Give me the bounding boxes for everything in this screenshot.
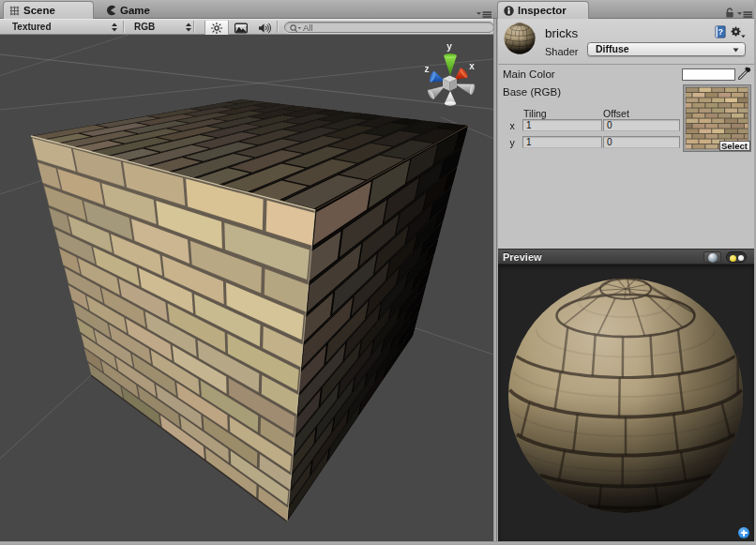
tiling-x-field[interactable]: 1	[522, 119, 602, 131]
tiling-row-x-label: x	[507, 120, 517, 131]
scene-viewport[interactable]: y x z	[0, 35, 493, 541]
preview-header-bar[interactable]: Preview	[498, 249, 754, 265]
tiling-column-header: Tiling	[523, 108, 547, 119]
shader-label: Shader	[545, 46, 578, 57]
scene-panel-menu-icon[interactable]	[476, 11, 491, 18]
material-preview-area[interactable]	[498, 265, 754, 541]
light-off-dot-icon	[738, 255, 744, 261]
inspector-lock-icon[interactable]	[725, 8, 734, 18]
gear-icon[interactable]	[731, 26, 746, 38]
image-effects-toggle-button[interactable]	[229, 21, 252, 35]
offset-x-field[interactable]: 0	[603, 119, 680, 131]
info-icon	[504, 6, 514, 16]
main-color-label: Main Color	[503, 68, 555, 80]
base-texture-thumbnail[interactable]: Select	[683, 84, 751, 152]
search-icon	[290, 24, 302, 33]
offset-column-header: Offset	[603, 108, 629, 119]
speaker-icon	[258, 23, 271, 34]
tab-game[interactable]: Game	[105, 1, 150, 19]
scene-grid-icon	[9, 6, 20, 16]
scene-3d-render	[0, 35, 493, 541]
sphere-ball-icon	[708, 253, 718, 263]
help-icon[interactable]: ?	[715, 25, 726, 38]
render-mode-updown-icon	[111, 23, 118, 32]
scene-toolbar: Textured RGB All	[0, 19, 493, 35]
material-name: bricks	[545, 26, 578, 40]
color-mode-dropdown[interactable]	[124, 20, 193, 34]
eyedropper-icon[interactable]	[737, 67, 751, 81]
sun-icon	[211, 22, 223, 34]
tab-game-label: Game	[120, 5, 150, 16]
tab-inspector[interactable]: Inspector	[497, 1, 589, 19]
search-filter-text: All	[303, 23, 313, 33]
material-sphere-icon	[504, 23, 536, 54]
tab-scene-label: Scene	[23, 5, 55, 16]
preview-title: Preview	[503, 250, 542, 265]
tiling-y-field[interactable]: 1	[522, 136, 602, 148]
inspector-menu-icon[interactable]	[737, 11, 752, 18]
preview-sphere-render	[498, 265, 754, 541]
select-texture-button[interactable]: Select	[719, 141, 750, 151]
gizmo-z-label: z	[421, 64, 432, 74]
inspector-panel: bricks Shader Diffuse ? Main Color Base …	[498, 19, 754, 541]
lighting-toggle-button[interactable]	[204, 21, 229, 35]
preview-light-toggle[interactable]	[726, 251, 747, 263]
tab-bar: Scene Game Inspector	[0, 0, 756, 19]
offset-y-field[interactable]: 0	[603, 136, 680, 148]
preview-model-button[interactable]	[703, 251, 721, 263]
gizmo-x-label: x	[466, 61, 477, 71]
image-icon	[234, 23, 248, 34]
dropdown-arrow-icon	[733, 48, 739, 53]
gizmo-y-label: y	[444, 41, 455, 52]
tab-scene[interactable]: Scene	[3, 1, 94, 19]
shader-dropdown[interactable]: Diffuse	[587, 42, 746, 56]
search-field[interactable]: All	[284, 22, 494, 33]
audio-toggle-button[interactable]	[252, 21, 277, 35]
tab-inspector-label: Inspector	[518, 5, 567, 16]
window-bottom-edge	[0, 541, 756, 545]
shader-dropdown-value: Diffuse	[596, 43, 629, 56]
brick-texture-preview	[686, 87, 748, 149]
base-map-label: Base (RGB)	[503, 86, 561, 98]
add-preview-button[interactable]	[738, 527, 749, 538]
light-on-dot-icon	[730, 255, 736, 262]
main-color-swatch[interactable]	[682, 68, 735, 81]
inspector-material-header: bricks Shader Diffuse ?	[498, 19, 754, 65]
tiling-row-y-label: y	[507, 137, 517, 148]
color-mode-updown-icon	[185, 23, 192, 32]
help-glyph: ?	[718, 27, 724, 37]
game-icon	[105, 5, 116, 16]
render-mode-dropdown[interactable]	[0, 20, 123, 34]
unity-editor-window: Scene Game Inspector	[0, 0, 756, 545]
